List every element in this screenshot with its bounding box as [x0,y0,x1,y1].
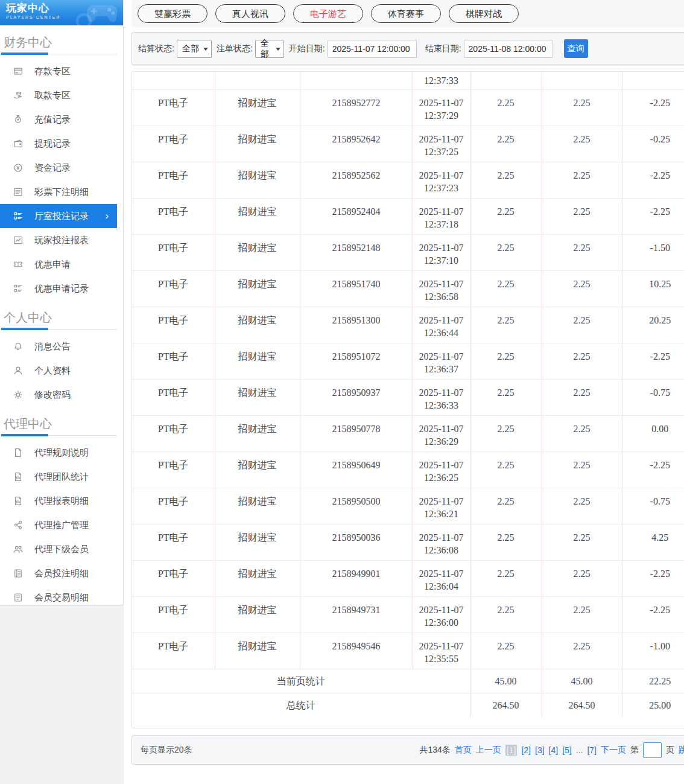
logo: 玩家中心 PLAYERS CENTER [0,0,123,25]
sidebar-item-hall-bet-records[interactable]: 厅室投注记录› [0,204,117,228]
page-link-3[interactable]: [3] [535,745,545,755]
section-underline [1,433,117,436]
bet-amount-cell: 2.25 [470,343,542,379]
bet-amount-cell: 2.25 [470,415,542,451]
win-loss-cell: -1.00 [622,633,684,669]
game-type-cell: PT电子 [132,307,215,343]
sidebar-item-withdrawal-zone[interactable]: 取款专区 [0,83,117,107]
settle-status-select[interactable]: 全部 [177,40,212,58]
valid-bet-cell [542,72,622,89]
valid-bet-cell: 2.25 [542,560,622,596]
bet-time: 12:36:08 [413,544,470,556]
tab-live-casino[interactable]: 真人视讯 [215,4,285,23]
sidebar-item-label: 彩票下注明细 [34,186,89,198]
sidebar-item-agent-promotion[interactable]: 代理推广管理 [0,513,117,537]
valid-bet-cell: 2.25 [542,343,622,379]
valid-bet-cell: 2.25 [542,415,622,451]
bet-date: 2025-11-07 [413,531,470,544]
search-button[interactable]: 查询 [564,39,588,58]
gear-icon [13,389,25,400]
order-no-cell [300,72,413,89]
sidebar-item-funds-records[interactable]: 资金记录 [0,156,117,180]
report-chart-icon [13,471,25,482]
sidebar-items: 存款专区取款专区充值记录提现记录资金记录彩票下注明细厅室投注记录›玩家投注报表优… [0,59,123,301]
game-type-cell: PT电子 [132,126,215,162]
order-no-cell: 2158951300 [300,307,413,343]
table-row: PT电子招财进宝21589510722025-11-0712:36:372.25… [132,343,684,379]
sidebar-item-agent-report-details[interactable]: 代理报表明细 [0,489,117,513]
win-loss-cell [622,72,684,89]
bet-amount-cell: 2.25 [470,451,542,488]
bet-amount-cell: 2.25 [470,560,542,596]
sidebar-item-promo-application-records[interactable]: 优惠申请记录 [0,276,117,301]
prev-page-link[interactable]: 上一页 [476,745,501,756]
bet-time-cell: 2025-11-0712:36:04 [413,560,470,596]
tab-electronic-games[interactable]: 电子游艺 [293,4,363,23]
main-content: 雙赢彩票真人视讯电子游艺体育赛事棋牌对战 结算状态: 全部 注单状态: 全部 开… [124,0,684,784]
start-date-input[interactable] [328,40,417,58]
sidebar-item-label: 消息公告 [34,341,71,352]
sidebar-item-deposit-zone[interactable]: 存款专区 [0,59,117,83]
sidebar-item-lottery-bet-details[interactable]: 彩票下注明细 [0,180,117,204]
jump-page-input[interactable] [643,742,662,758]
sidebar-item-agent-sub-members[interactable]: 代理下级会员 [0,537,117,561]
win-loss-cell: -0.75 [622,488,684,524]
bet-time-cell: 2025-11-0712:36:37 [413,343,470,379]
section-underline [1,327,117,330]
sidebar-item-recharge-records[interactable]: 充值记录 [0,107,117,132]
sidebar-item-member-transaction-details[interactable]: 会员交易明细 [0,585,117,610]
bet-time: 12:36:00 [413,616,470,629]
page-link-2[interactable]: [2] [521,745,531,755]
game-name-cell: 招财进宝 [215,270,300,307]
table-row-partial: 12:37:33 [132,72,684,89]
win-loss-cell: -2.25 [622,162,684,198]
order-status-select[interactable]: 全部 [255,40,284,58]
order-no-cell: 2158951072 [300,343,413,379]
wallet-icon [13,138,25,149]
game-name-cell: 招财进宝 [215,415,300,451]
filter-bar: 结算状态: 全部 注单状态: 全部 开始日期: 结束日期: 查询 [131,32,684,65]
table-row: PT电子招财进宝21589497312025-11-0712:36:002.25… [132,596,684,633]
sidebar-item-change-password[interactable]: 修改密码 [0,383,117,407]
sidebar-item-profile[interactable]: 个人资料 [0,359,117,383]
game-name-cell: 招财进宝 [215,126,300,162]
tab-lottery[interactable]: 雙赢彩票 [138,4,207,23]
end-date-input[interactable] [464,40,553,58]
sidebar-item-promo-application[interactable]: 优惠申请 [0,252,117,276]
sidebar-item-member-bet-details[interactable]: 会员投注明细 [0,561,117,585]
valid-bet-cell: 2.25 [542,451,622,488]
jump-go-link[interactable]: 跳 [679,745,684,756]
table-row: PT电子招财进宝21589525622025-11-0712:37:232.25… [132,162,684,198]
tab-sports[interactable]: 体育赛事 [371,4,441,23]
bet-amount-cell: 2.25 [470,234,542,270]
sidebar-item-withdrawal-records[interactable]: 提现记录 [0,132,117,156]
table-row: PT电子招财进宝21589495462025-11-0712:35:552.25… [132,633,684,669]
first-page-link[interactable]: 首页 [455,745,472,756]
bet-time-cell: 12:37:33 [413,72,470,89]
bet-time: 12:36:33 [413,399,470,412]
order-no-cell: 2158952562 [300,162,413,198]
sidebar-item-agent-team-stats[interactable]: 代理团队统计 [0,465,117,489]
bet-date: 2025-11-07 [413,386,470,399]
bet-date: 2025-11-07 [413,133,470,145]
sidebar-item-player-bet-report[interactable]: 玩家投注报表 [0,228,117,252]
tab-board-games[interactable]: 棋牌对战 [449,4,519,23]
page-link-1[interactable]: [1] [505,745,518,756]
page-ellipsis: ... [576,745,583,755]
table-row: PT电子招财进宝21589505002025-11-0712:36:212.25… [132,488,684,524]
sidebar-item-agent-rules[interactable]: 代理规则说明 [0,441,117,465]
game-type-cell: PT电子 [132,270,215,307]
game-type-cell: PT电子 [132,488,215,524]
bet-date: 2025-11-07 [413,278,470,290]
page-link-5[interactable]: [5] [562,745,572,755]
table-row: PT电子招财进宝21589509372025-11-0712:36:332.25… [132,379,684,415]
bet-time: 12:37:18 [413,218,470,231]
win-loss-cell: -2.25 [622,451,684,488]
sidebar-item-label: 代理报表明细 [34,496,89,507]
valid-bet-cell: 2.25 [542,596,622,633]
page-link-4[interactable]: [4] [549,745,559,755]
page-link-7[interactable]: [7] [587,745,597,755]
sidebar-item-announcements[interactable]: 消息公告 [0,334,117,359]
next-page-link[interactable]: 下一页 [601,745,626,756]
game-type-cell: PT电子 [132,379,215,415]
